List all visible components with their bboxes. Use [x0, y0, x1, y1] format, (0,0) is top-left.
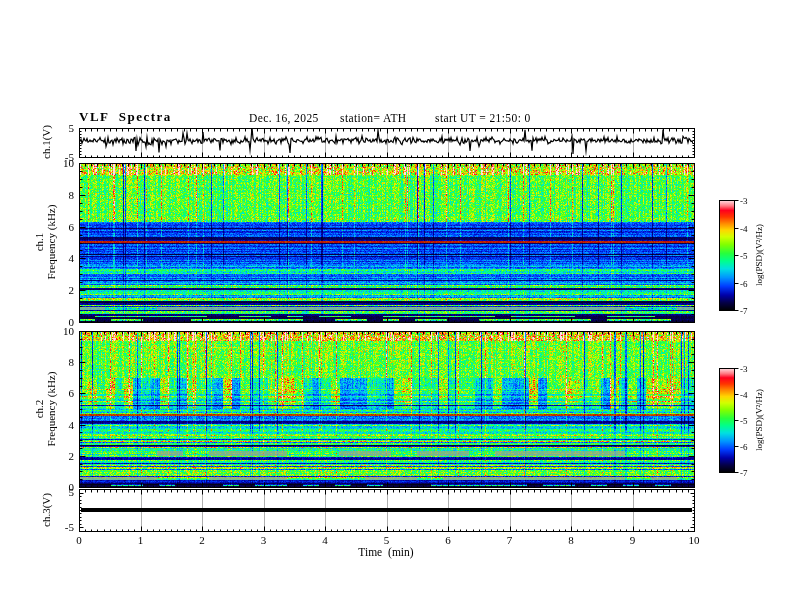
colorbar1-tick-label--5: -5 [740, 251, 748, 261]
ch1-axis-label-line1: ch.1 [33, 205, 45, 280]
colorbar1-tick-label--4: -4 [740, 224, 748, 234]
ch2-axis-label-line1: ch.2 [33, 372, 45, 447]
ch3-volt-tick-label-5: 5 [52, 486, 74, 498]
ch1-voltage-axis-label: ch.1(V) [40, 125, 52, 159]
vlf-spectra-figure: VLF Spectra Dec. 16, 2025 station= ATH s… [0, 0, 792, 612]
colorbar2-label: log(PSD)(V²/Hz) [754, 389, 764, 451]
time-tick-label-8: 8 [568, 534, 574, 546]
colorbar1-tick-label--3: -3 [740, 196, 748, 206]
ch1-volt-tick-label-neg5: -5 [52, 151, 74, 163]
colorbar2-tick-label--6: -6 [740, 442, 748, 452]
colorbar1-tick-label--6: -6 [740, 279, 748, 289]
time-tick-label-9: 9 [630, 534, 636, 546]
ch3-volt-tick-label-neg5: -5 [52, 521, 74, 533]
ch1-freq-tick-label-8: 8 [52, 189, 74, 201]
ch1-freq-tick-label-6: 6 [52, 221, 74, 233]
ch1-freq-tick-label-0: 0 [52, 316, 74, 328]
ch2-frequency-axis-label: ch.2 Frequency (kHz) [33, 372, 57, 447]
ch2-freq-tick-label-4: 4 [52, 419, 74, 431]
ch1-freq-tick-label-4: 4 [52, 252, 74, 264]
time-tick-label-1: 1 [138, 534, 144, 546]
ch1-axis-label-line2: Frequency (kHz) [45, 205, 57, 280]
colorbar2-tick-label--4: -4 [740, 390, 748, 400]
time-tick-label-4: 4 [322, 534, 328, 546]
ch1-volt-tick-label-5: 5 [52, 122, 74, 134]
time-axis-label: Time (min) [358, 546, 413, 558]
time-tick-label-3: 3 [261, 534, 267, 546]
time-tick-label-10: 10 [689, 534, 700, 546]
figure-date: Dec. 16, 2025 [249, 112, 319, 124]
ch2-axis-label-line2: Frequency (kHz) [45, 372, 57, 447]
time-tick-label-2: 2 [199, 534, 205, 546]
start-ut-label: start UT = 21:50: 0 [435, 112, 531, 124]
colorbar2-tick-label--3: -3 [740, 364, 748, 374]
time-tick-label-0: 0 [76, 534, 82, 546]
ch2-freq-tick-label-2: 2 [52, 450, 74, 462]
ch1-frequency-axis-label: ch.1 Frequency (kHz) [33, 205, 57, 280]
ch3-voltage-axis-label: ch.3(V) [40, 493, 52, 527]
colorbar2-tick-label--7: -7 [740, 468, 748, 478]
station-label: station= ATH [340, 112, 407, 124]
time-tick-label-6: 6 [445, 534, 451, 546]
time-tick-label-7: 7 [507, 534, 513, 546]
figure-title: VLF Spectra [79, 109, 172, 125]
ch2-freq-tick-label-8: 8 [52, 356, 74, 368]
time-tick-label-5: 5 [384, 534, 390, 546]
ch2-freq-tick-label-6: 6 [52, 387, 74, 399]
ch1-freq-tick-label-2: 2 [52, 284, 74, 296]
plot-canvas [0, 0, 792, 612]
colorbar2-tick-label--5: -5 [740, 416, 748, 426]
colorbar1-tick-label--7: -7 [740, 306, 748, 316]
colorbar1-label: log(PSD)(V²/Hz) [754, 224, 764, 286]
